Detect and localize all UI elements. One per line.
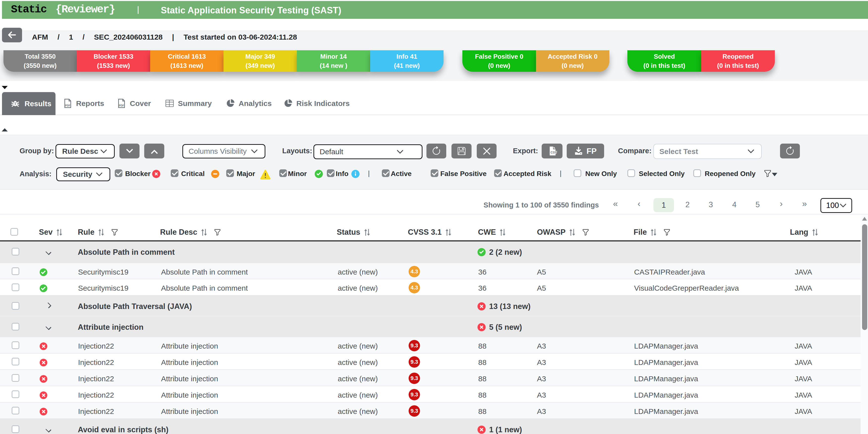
svg-text:PDF: PDF [65,104,70,107]
svg-text:PDF: PDF [119,104,124,107]
svg-text:CSV: CSV [551,151,557,154]
